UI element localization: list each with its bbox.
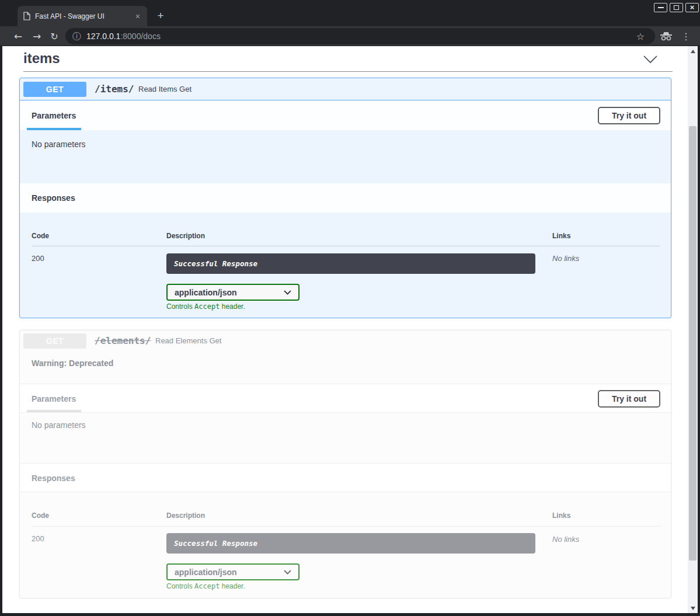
opblock-get-items: GET /items/ Read Items Get Parameters Tr…	[19, 78, 671, 318]
column-header-code: Code	[32, 511, 49, 520]
response-code: 200	[32, 534, 44, 543]
table-divider	[32, 526, 660, 527]
note-pre: Controls	[166, 582, 194, 590]
url-host: 127.0.0.1	[86, 32, 120, 41]
close-icon: ×	[690, 4, 695, 11]
endpoint-path: /elements/	[95, 330, 151, 351]
accept-header-note: Controls Accept header.	[166, 302, 245, 311]
column-header-links: Links	[552, 232, 570, 240]
responses-header: Responses	[20, 183, 671, 213]
tab-title: Fast API - Swagger UI	[35, 12, 134, 20]
column-header-description: Description	[166, 511, 205, 520]
address-bar[interactable]: ⓘ 127.0.0.1:8000/docs ☆	[65, 28, 655, 44]
new-tab-button[interactable]: +	[154, 9, 168, 23]
parameters-label: Parameters	[32, 101, 76, 130]
opblock-summary[interactable]: GET /items/ Read Items Get	[20, 78, 671, 100]
tab-close-icon[interactable]: ×	[134, 12, 141, 21]
media-type-select[interactable]: application/json	[166, 563, 299, 580]
url-path: :8000/docs	[120, 32, 161, 41]
response-code: 200	[32, 254, 44, 263]
column-header-description: Description	[166, 232, 205, 240]
tag-section-title[interactable]: items	[23, 50, 60, 67]
window-maximize-button[interactable]	[670, 3, 683, 12]
note-post: header.	[220, 302, 245, 311]
active-tab-underline	[27, 410, 81, 412]
page-content: items GET /items/ Read Items Get Paramet…	[2, 46, 688, 613]
forward-icon[interactable]: →	[28, 26, 46, 46]
media-type-value: application/json	[175, 568, 284, 577]
opblock-get-elements-deprecated: GET /elements/ Read Elements Get Warning…	[19, 330, 671, 598]
window-titlebar: Fast API - Swagger UI × + ×	[0, 0, 700, 26]
note-code: Accept	[194, 302, 220, 311]
endpoint-path: /items/	[95, 78, 134, 100]
page-favicon-icon	[23, 12, 30, 20]
endpoint-summary: Read Elements Get	[155, 330, 221, 351]
responses-label: Responses	[32, 183, 75, 213]
no-parameters-text: No parameters	[32, 420, 86, 430]
window-close-button[interactable]: ×	[685, 3, 699, 12]
parameters-label: Parameters	[32, 384, 76, 413]
active-tab-underline	[27, 128, 81, 130]
try-it-out-button[interactable]: Try it out	[598, 107, 660, 124]
table-divider	[32, 246, 660, 246]
parameters-header: Parameters Try it out	[20, 101, 671, 130]
vertical-scrollbar[interactable]	[688, 46, 698, 613]
responses-header: Responses	[20, 463, 671, 492]
deprecated-warning: Warning: Deprecated	[32, 359, 113, 368]
scroll-up-button[interactable]	[688, 46, 698, 56]
browser-tab[interactable]: Fast API - Swagger UI ×	[18, 6, 147, 26]
chevron-down-icon	[284, 290, 291, 295]
url-text: 127.0.0.1:8000/docs	[86, 32, 161, 41]
scrollbar-thumb[interactable]	[689, 126, 696, 561]
no-parameters-text: No parameters	[32, 140, 86, 149]
section-divider	[23, 71, 673, 72]
triangle-up-icon	[691, 50, 695, 53]
media-type-value: application/json	[175, 288, 284, 297]
response-links: No links	[552, 254, 579, 263]
opblock-summary[interactable]: GET /elements/ Read Elements Get	[20, 330, 671, 351]
bookmark-star-icon[interactable]: ☆	[636, 31, 645, 42]
column-header-code: Code	[32, 232, 49, 240]
response-description-box: Successful Response	[166, 253, 535, 274]
column-header-links: Links	[552, 511, 570, 520]
parameters-header: Parameters Try it out	[20, 384, 671, 413]
triangle-down-icon	[691, 607, 695, 610]
browser-menu-icon[interactable]: ⋮	[681, 26, 691, 46]
try-it-out-button[interactable]: Try it out	[598, 390, 660, 408]
scroll-down-button[interactable]	[688, 603, 698, 613]
endpoint-summary: Read Items Get	[138, 78, 191, 100]
incognito-icon	[660, 32, 673, 43]
http-method-badge: GET	[23, 333, 86, 349]
maximize-icon	[674, 5, 679, 10]
note-pre: Controls	[166, 302, 194, 311]
note-post: header.	[220, 582, 245, 590]
reload-icon[interactable]: ↻	[46, 26, 63, 46]
response-links: No links	[552, 535, 579, 544]
chevron-down-icon	[284, 570, 291, 575]
browser-toolbar: ← → ↻ ⓘ 127.0.0.1:8000/docs ☆ ⋮	[0, 26, 700, 46]
site-info-icon[interactable]: ⓘ	[72, 31, 81, 42]
responses-label: Responses	[32, 464, 75, 493]
http-method-badge: GET	[23, 82, 86, 97]
accept-header-note: Controls Accept header.	[166, 582, 245, 590]
response-description-box: Successful Response	[166, 533, 535, 554]
window-minimize-button[interactable]	[654, 3, 667, 12]
section-collapse-chevron-icon[interactable]	[643, 54, 658, 66]
media-type-select[interactable]: application/json	[166, 284, 299, 301]
back-icon[interactable]: ←	[9, 26, 27, 46]
minimize-icon	[658, 7, 664, 8]
note-code: Accept	[194, 582, 220, 590]
